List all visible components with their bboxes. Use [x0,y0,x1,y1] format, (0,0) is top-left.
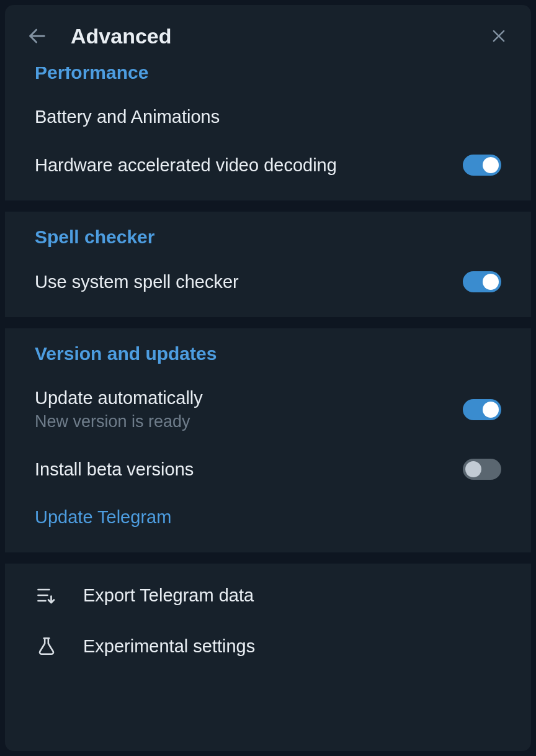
row-battery-animations[interactable]: Battery and Animations [5,93,531,141]
panel-content: Performance Battery and Animations Hardw… [5,67,531,751]
row-label: Use system spell checker [35,272,463,292]
row-label: Update Telegram [35,507,501,528]
row-experimental[interactable]: Experimental settings [5,621,531,672]
back-button[interactable] [25,24,50,48]
page-title: Advanced [71,24,172,48]
section-divider [5,317,531,328]
section-performance: Performance Battery and Animations Hardw… [5,67,531,200]
row-label: Install beta versions [35,459,463,480]
row-label: Update automatically [35,388,463,408]
arrow-left-icon [27,25,48,47]
section-divider [5,200,531,212]
row-label: Experimental settings [83,636,255,657]
row-system-spell[interactable]: Use system spell checker [5,258,531,306]
section-spell-checker: Spell checker Use system spell checker [5,212,531,317]
row-export-data[interactable]: Export Telegram data [5,570,531,621]
row-update-telegram[interactable]: Update Telegram [5,493,531,541]
row-label: Hardware accelerated video decoding [35,155,463,176]
section-header-spell: Spell checker [5,212,531,258]
flask-icon [35,634,58,658]
close-icon [490,27,507,45]
close-button[interactable] [486,24,511,48]
panel-header: Advanced [5,5,531,67]
section-header-performance: Performance [5,67,531,93]
toggle-hw-decode[interactable] [463,155,501,176]
toggle-auto-update[interactable] [463,399,501,420]
section-actions: Export Telegram data Experimental settin… [5,564,531,683]
row-label: Battery and Animations [35,107,501,127]
row-auto-update[interactable]: Update automatically New version is read… [5,374,531,445]
row-sublabel: New version is ready [35,412,463,431]
row-install-beta[interactable]: Install beta versions [5,445,531,493]
section-header-version: Version and updates [5,328,531,374]
row-hw-decode[interactable]: Hardware accelerated video decoding [5,141,531,189]
export-icon [35,583,58,607]
toggle-install-beta[interactable] [463,459,501,480]
row-label: Export Telegram data [83,585,254,606]
toggle-system-spell[interactable] [463,271,501,292]
settings-panel: Advanced Performance Battery and Animati… [5,5,531,751]
section-version-updates: Version and updates Update automatically… [5,328,531,552]
section-divider [5,552,531,564]
